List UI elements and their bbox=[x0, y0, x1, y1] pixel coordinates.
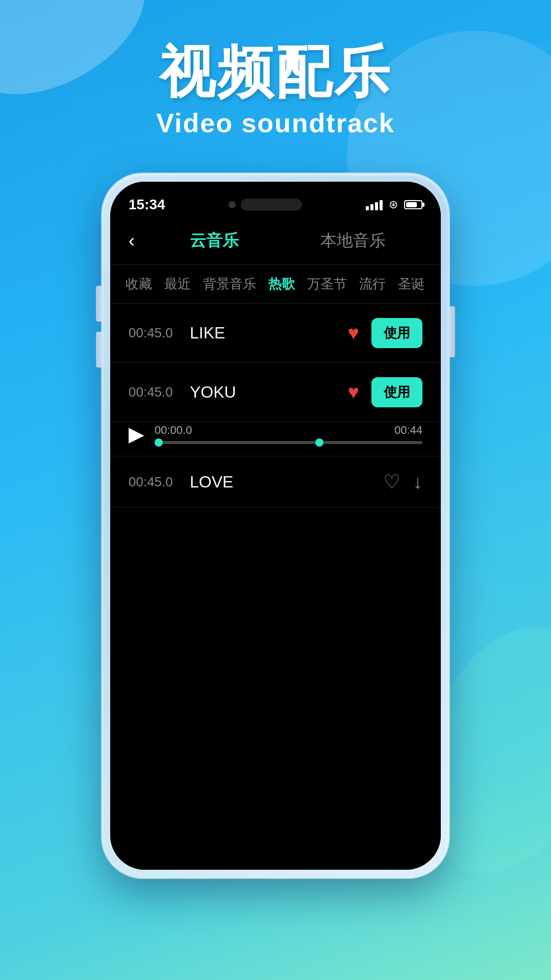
phone-button-vol-up bbox=[96, 286, 102, 322]
cat-tab-favorites[interactable]: 收藏 bbox=[126, 275, 152, 293]
progress-time-row: 00:00.0 00:44 bbox=[155, 424, 422, 437]
yoku-heart-button[interactable]: ♥ bbox=[347, 381, 359, 403]
tab-cloud-music[interactable]: 云音乐 bbox=[145, 230, 284, 252]
song-yoku-duration: 00:45.0 bbox=[129, 384, 190, 400]
progress-thumb-start[interactable] bbox=[155, 438, 163, 447]
battery-icon bbox=[404, 200, 422, 209]
song-like-duration: 00:45.0 bbox=[129, 325, 190, 341]
status-bar: 15:34 ⊛ bbox=[110, 182, 441, 217]
signal-bar-2 bbox=[370, 204, 373, 210]
phone-mockup: 15:34 ⊛ bbox=[102, 174, 449, 878]
phone-screen: 15:34 ⊛ bbox=[110, 182, 441, 870]
app-content: ‹ 云音乐 本地音乐 收藏 最近 背景音乐 热歌 万圣节 流行 圣诞 bbox=[110, 217, 441, 870]
signal-bar-4 bbox=[380, 200, 383, 210]
progress-container[interactable]: 00:00.0 00:44 bbox=[155, 424, 422, 444]
love-heart-button[interactable]: ♡ bbox=[383, 471, 400, 493]
song-yoku-name: YOKU bbox=[190, 383, 347, 402]
cat-tab-hot[interactable]: 热歌 bbox=[268, 275, 295, 293]
cat-tab-christmas[interactable]: 圣诞 bbox=[398, 275, 424, 293]
phone-outer-shell: 15:34 ⊛ bbox=[102, 174, 449, 878]
progress-time-end: 00:44 bbox=[394, 424, 422, 437]
wifi-icon: ⊛ bbox=[389, 198, 398, 211]
like-use-button[interactable]: 使用 bbox=[371, 318, 422, 348]
phone-button-vol-down bbox=[96, 332, 102, 368]
main-title: 视频配乐 bbox=[0, 41, 551, 103]
tab-local-music[interactable]: 本地音乐 bbox=[284, 230, 422, 252]
phone-button-power bbox=[449, 306, 455, 357]
status-icons: ⊛ bbox=[366, 198, 422, 211]
song-item-love: 00:45.0 LOVE ♡ ↓ bbox=[110, 456, 441, 508]
cat-tab-popular[interactable]: 流行 bbox=[359, 275, 386, 293]
status-notch bbox=[229, 199, 302, 211]
play-button[interactable]: ▶ bbox=[129, 422, 144, 446]
signal-bar-1 bbox=[366, 206, 369, 210]
category-tabs: 收藏 最近 背景音乐 热歌 万圣节 流行 圣诞 bbox=[110, 265, 441, 304]
player-controls: ▶ 00:00.0 00:44 bbox=[129, 422, 422, 446]
song-item-like: 00:45.0 LIKE ♥ 使用 bbox=[110, 304, 441, 363]
player-row: ▶ 00:00.0 00:44 bbox=[110, 422, 441, 456]
like-heart-button[interactable]: ♥ bbox=[347, 322, 359, 344]
camera-dot bbox=[229, 201, 236, 208]
battery-fill bbox=[406, 202, 417, 207]
sub-title: Video soundtrack bbox=[0, 108, 551, 138]
progress-time-start: 00:00.0 bbox=[155, 424, 192, 437]
nav-bar: ‹ 云音乐 本地音乐 bbox=[110, 217, 441, 265]
song-like-name: LIKE bbox=[190, 324, 347, 342]
song-item-yoku: 00:45.0 YOKU ♥ 使用 bbox=[110, 363, 441, 422]
song-love-name: LOVE bbox=[190, 473, 383, 492]
cat-tab-recent[interactable]: 最近 bbox=[164, 275, 191, 293]
song-love-duration: 00:45.0 bbox=[129, 474, 190, 490]
progress-track[interactable] bbox=[155, 441, 422, 444]
face-id-pill bbox=[241, 199, 302, 211]
status-time: 15:34 bbox=[129, 197, 165, 213]
header-section: 视频配乐 Video soundtrack bbox=[0, 0, 551, 138]
cat-tab-bgm[interactable]: 背景音乐 bbox=[203, 275, 256, 293]
yoku-use-button[interactable]: 使用 bbox=[371, 377, 422, 407]
back-button[interactable]: ‹ bbox=[129, 230, 135, 252]
song-list: 00:45.0 LIKE ♥ 使用 00:45.0 YOKU ♥ 使用 bbox=[110, 304, 441, 508]
signal-bar-3 bbox=[375, 202, 378, 210]
signal-icon bbox=[366, 199, 383, 210]
love-download-button[interactable]: ↓ bbox=[413, 471, 422, 493]
progress-thumb-end[interactable] bbox=[315, 438, 323, 447]
cat-tab-halloween[interactable]: 万圣节 bbox=[307, 275, 347, 293]
